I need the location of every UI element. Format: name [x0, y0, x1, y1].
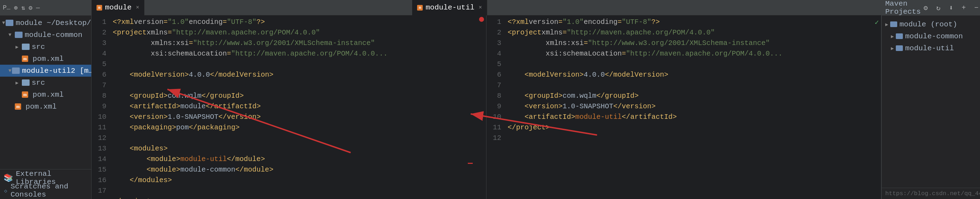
folder-icon	[12, 68, 20, 74]
download-icon[interactable]: ⬇	[946, 3, 956, 13]
tree-label: pom.xml	[26, 103, 57, 111]
code-line: </project>	[113, 196, 483, 199]
maven-item-module-util[interactable]: ▶ module-util	[882, 42, 980, 54]
maven-item-label: module-common	[905, 32, 963, 40]
maven-panel-header: Maven Projects ⚙ ↻ ⬇ + −	[882, 0, 980, 16]
right-line-numbers: 12345 678910 1112	[487, 16, 505, 199]
code-line	[113, 133, 483, 144]
tab-label: module-util	[426, 3, 474, 12]
minimize-icon[interactable]: —	[36, 4, 40, 11]
code-line	[508, 59, 878, 69]
ext-lib-icon: 📚	[3, 173, 13, 183]
code-line-14: <module>module-util</module>	[113, 154, 483, 164]
src-folder-icon	[22, 79, 30, 86]
project-sidebar: P… ⊕ ⇅ ⚙ — ▼ module ~/Desktop/work/ ▼ mo…	[0, 0, 92, 199]
tab-module-util[interactable]: m module-util ×	[412, 0, 487, 16]
folder-icon	[15, 32, 22, 38]
code-line	[113, 80, 483, 91]
code-line: xmlns:xsi="http://www.w3.org/2001/XMLSch…	[508, 38, 878, 49]
code-line	[508, 133, 878, 144]
add-icon[interactable]: +	[959, 3, 969, 13]
tree-item-pom-root[interactable]: ▶ m pom.xml	[0, 101, 91, 112]
maven-panel-title: Maven Projects	[885, 0, 921, 16]
maven-item-label: module (root)	[899, 21, 957, 28]
code-line: <groupId>com.wqlm</groupId>	[508, 91, 878, 101]
sidebar-bottom: 📚 External Libraries ⬦ Scratches and Con…	[0, 169, 91, 199]
code-line	[113, 186, 483, 196]
code-line: <version>1.0-SNAPSHOT</version>	[508, 101, 878, 112]
tree-item-pom-common[interactable]: ▶ m pom.xml	[0, 53, 91, 65]
code-line: xsi:schemaLocation="http://maven.apache.…	[113, 49, 483, 59]
arrow-icon: ▶	[16, 44, 21, 50]
editor-left: 12345 678910 1112131415 1617 <?xml versi…	[92, 16, 487, 199]
tree-label: pom.xml	[33, 55, 64, 63]
maven-file-icon: m	[22, 92, 28, 98]
settings-icon[interactable]: ⚙	[921, 3, 931, 13]
code-line: xsi:schemaLocation="http://maven.apache.…	[508, 49, 878, 59]
tab-file-icon: m	[97, 5, 102, 11]
scratches-item[interactable]: ⬦ Scratches and Consoles	[0, 184, 91, 197]
tab-file-icon: m	[417, 5, 423, 11]
maven-file-icon: m	[15, 103, 21, 110]
maven-panel: Maven Projects ⚙ ↻ ⬇ + − ▶ module (root)…	[881, 0, 980, 199]
settings-icon[interactable]: ⚙	[29, 4, 32, 12]
code-line: <?xml version="1.0" encoding="UTF-8"?>	[508, 17, 878, 27]
maven-panel-icons: ⚙ ↻ ⬇ + −	[921, 3, 980, 13]
minus-icon[interactable]: −	[972, 3, 980, 13]
tree-item-module-root[interactable]: ▼ module ~/Desktop/work/	[0, 17, 91, 29]
code-line: <version>1.0-SNAPSHOT</version>	[113, 112, 483, 122]
maven-item-label: module-util	[905, 44, 954, 52]
project-tree: ▼ module ~/Desktop/work/ ▼ module-common…	[0, 16, 91, 169]
tree-item-src-util2[interactable]: ▶ src	[0, 77, 91, 88]
code-line: <modelVersion>4.0.0</modelVersion>	[508, 69, 878, 80]
arrow-icon: ▶	[16, 80, 21, 86]
sidebar-toolbar: P… ⊕ ⇅ ⚙ —	[0, 0, 91, 16]
src-folder-icon	[22, 44, 30, 50]
maven-item-module-root[interactable]: ▶ module (root)	[882, 18, 980, 30]
arrow-icon: ▶	[885, 21, 888, 27]
project-icon[interactable]: P…	[3, 4, 11, 11]
code-line: <module>module-common</module>	[113, 164, 483, 175]
code-line: </project>	[508, 122, 878, 133]
folder-icon	[6, 20, 13, 26]
arrow-icon: ▶	[891, 33, 894, 39]
tabs-bar: m module × m module-util ×	[92, 0, 881, 16]
tab-module[interactable]: m module ×	[92, 0, 145, 16]
close-icon[interactable]: ×	[479, 5, 482, 11]
arrow-icon: ▼	[8, 68, 11, 73]
code-line: <project xmlns="http://maven.apache.org/…	[508, 27, 878, 38]
maven-file-icon: m	[22, 55, 28, 62]
tree-label: src	[32, 79, 45, 87]
code-line: <artifactId>module-util</artifactId>	[508, 112, 878, 122]
scratches-label: Scratches and Consoles	[11, 182, 91, 199]
tree-item-module-util2[interactable]: ▼ module-util2 [m…odule	[0, 65, 91, 77]
arrow-icon: ▼	[2, 20, 5, 26]
code-line: <groupId>com.wqlm</groupId>	[113, 91, 483, 101]
refresh-icon[interactable]: ↻	[934, 3, 943, 13]
close-icon[interactable]: ×	[136, 5, 140, 11]
error-indicator	[479, 17, 484, 22]
tree-label: src	[32, 43, 45, 51]
sort-icon[interactable]: ⇅	[21, 4, 25, 12]
code-line: <modelVersion>4.0.0</modelVersion>	[113, 69, 483, 80]
tree-item-pom-util2[interactable]: ▶ m pom.xml	[0, 88, 91, 101]
tab-label: module	[105, 3, 132, 12]
add-icon[interactable]: ⊕	[14, 4, 18, 12]
code-line	[508, 80, 878, 91]
editor-right: 12345 678910 1112 ✓ <?xml version="1.0" …	[487, 16, 881, 199]
tree-label: module-common	[25, 31, 83, 39]
code-line: <project xmlns="http://maven.apache.org/…	[113, 27, 483, 38]
right-code-content[interactable]: ✓ <?xml version="1.0" encoding="UTF-8"?>…	[505, 16, 881, 199]
scratches-icon: ⬦	[3, 187, 8, 195]
code-line: <modules>	[113, 144, 483, 154]
arrow-icon: ▼	[8, 32, 14, 38]
arrow-icon: ▶	[891, 45, 894, 51]
maven-tree: ▶ module (root) ▶ module-common ▶ module…	[882, 16, 980, 57]
code-line: <?xml version="1.0" encoding="UTF-8"?>	[113, 17, 483, 27]
maven-item-module-common[interactable]: ▶ module-common	[882, 30, 980, 42]
maven-panel-link: https://blog.csdn.net/qq_44336097	[882, 188, 980, 199]
left-code-content[interactable]: <?xml version="1.0" encoding="UTF-8"?> <…	[110, 16, 486, 199]
code-line: <packaging>pom</packaging>	[113, 122, 483, 133]
tree-item-src-common[interactable]: ▶ src	[0, 41, 91, 53]
tree-item-module-common[interactable]: ▼ module-common	[0, 29, 91, 41]
